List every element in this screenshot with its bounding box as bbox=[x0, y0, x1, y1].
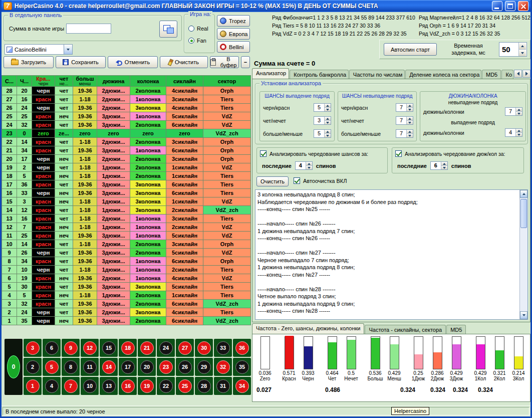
table-row[interactable]: 1316краснчет1-182дюжи...1колонка3сиклайн… bbox=[2, 215, 251, 223]
tab-5[interactable]: Ко bbox=[501, 70, 513, 79]
roulette-number[interactable]: 14 bbox=[100, 358, 118, 376]
roulette-number[interactable]: 4 bbox=[43, 377, 61, 395]
tropez-button[interactable]: Tropez bbox=[217, 15, 250, 27]
roulette-number[interactable]: 29 bbox=[195, 358, 213, 376]
spin-up-icon[interactable] bbox=[515, 108, 522, 111]
spin-up-icon[interactable] bbox=[324, 104, 331, 107]
clear-button[interactable]: Очистить bbox=[160, 56, 208, 68]
roulette-number[interactable]: 23 bbox=[157, 358, 175, 376]
setting-spinner[interactable]: 4 bbox=[505, 128, 522, 137]
bellini-button[interactable]: Bellini bbox=[217, 41, 250, 53]
roulette-number[interactable]: 33 bbox=[214, 339, 232, 357]
roulette-number[interactable]: 11 bbox=[81, 358, 99, 376]
roulette-number[interactable]: 25 bbox=[176, 377, 194, 395]
close-button[interactable] bbox=[518, 1, 528, 11]
radio-icon[interactable] bbox=[188, 38, 194, 44]
setting-spinner[interactable]: 7 bbox=[396, 116, 413, 125]
spin-down-icon[interactable] bbox=[515, 132, 522, 136]
dropdown-arrow-icon[interactable] bbox=[64, 45, 72, 54]
scrollbar[interactable] bbox=[519, 190, 527, 319]
table-row[interactable]: 45красннеч1-181дюжи...2колонка1сиклайнTi… bbox=[2, 291, 251, 300]
tab-0[interactable]: Анализатор bbox=[252, 68, 289, 79]
spin-up-icon[interactable] bbox=[406, 130, 413, 133]
spin-down-icon[interactable] bbox=[406, 133, 413, 137]
table-row[interactable]: 2624чернчет19-362дюжи...3колонка4сиклайн… bbox=[2, 104, 251, 112]
tab-4[interactable]: MD5 bbox=[482, 70, 501, 79]
last-spins-spinner[interactable]: 6 bbox=[430, 161, 448, 170]
tab-2[interactable]: Частоты по числам bbox=[349, 70, 405, 79]
roulette-number[interactable]: 31 bbox=[214, 377, 232, 395]
tab-scroll-right-icon[interactable] bbox=[522, 70, 530, 78]
europa-button[interactable]: Европа bbox=[217, 28, 250, 40]
roulette-number[interactable]: 18 bbox=[119, 339, 137, 357]
roulette-number[interactable]: 6 bbox=[43, 339, 61, 357]
roulette-number[interactable]: 9 bbox=[62, 339, 80, 357]
table-row[interactable]: 135черннеч19-363дюжи...2колонка6сиклайнV… bbox=[2, 317, 251, 325]
roulette-number[interactable]: 13 bbox=[100, 377, 118, 395]
alternation-dozen-checkbox[interactable] bbox=[395, 150, 402, 157]
radio-real[interactable]: Real bbox=[188, 26, 208, 32]
spin-up-icon[interactable] bbox=[406, 104, 413, 107]
roulette-number[interactable]: 17 bbox=[119, 358, 137, 376]
roulette-number[interactable]: 32 bbox=[214, 358, 232, 376]
roulette-number[interactable]: 30 bbox=[195, 339, 213, 357]
last-spins-spinner[interactable]: 4 bbox=[295, 161, 313, 170]
spin-down-icon[interactable] bbox=[324, 133, 331, 137]
table-row[interactable]: 2214краснчет1-182дюжи...2колонка3сиклайн… bbox=[2, 138, 251, 146]
load-button[interactable]: Загрузить bbox=[4, 56, 54, 68]
roulette-number[interactable]: 5 bbox=[43, 358, 61, 376]
spin-down-icon[interactable] bbox=[406, 120, 413, 124]
spin-down-icon[interactable] bbox=[324, 107, 331, 111]
to-clipboard-button[interactable]: В буфер bbox=[210, 56, 239, 68]
roulette-number[interactable]: 27 bbox=[176, 339, 194, 357]
table-row[interactable]: 153красннеч1-181дюжи...3колонка1сиклайнV… bbox=[2, 197, 251, 206]
roulette-zero[interactable]: 0 bbox=[5, 339, 23, 395]
roulette-number[interactable]: 2 bbox=[24, 358, 42, 376]
spin-down-icon[interactable] bbox=[515, 111, 522, 115]
spin-down-icon[interactable] bbox=[406, 107, 413, 111]
setting-spinner[interactable]: 5 bbox=[314, 103, 331, 112]
table-row[interactable]: 2525красннеч19-363дюжи...1колонка5сиклай… bbox=[2, 112, 251, 121]
spin-down-icon[interactable] bbox=[306, 165, 312, 169]
spin-up-icon[interactable] bbox=[324, 117, 331, 120]
setting-spinner[interactable]: 7 bbox=[396, 129, 413, 138]
table-row[interactable]: 1125красннеч19-363дюжи...1колонка5сиклай… bbox=[2, 232, 251, 240]
undo-button[interactable]: Отменить bbox=[108, 56, 158, 68]
roulette-number[interactable]: 3 bbox=[24, 339, 42, 357]
spin-down-icon[interactable] bbox=[441, 165, 447, 169]
roulette-number[interactable]: 20 bbox=[138, 358, 156, 376]
spin-down-icon[interactable] bbox=[518, 49, 526, 56]
roulette-number[interactable]: 28 bbox=[195, 377, 213, 395]
table-row[interactable]: 185красннеч1-181дюжи...2колонка1сиклайнT… bbox=[2, 172, 251, 180]
roulette-number[interactable]: 35 bbox=[233, 358, 251, 376]
scroll-down-icon[interactable] bbox=[520, 311, 527, 319]
table-row[interactable]: 332краснчет19-363дюжи...2колонка6сиклайн… bbox=[2, 300, 251, 308]
freq-tab-1[interactable]: Частота - сиклайны, сектора bbox=[365, 325, 446, 334]
tab-1[interactable]: Контроль банкролла bbox=[290, 70, 349, 79]
roulette-number[interactable]: 24 bbox=[157, 339, 175, 357]
setting-spinner[interactable]: 3 bbox=[314, 116, 331, 125]
table-row[interactable]: 1412краснчет1-181дюжи...3колонка2сиклайн… bbox=[2, 206, 251, 215]
autoclean-checkbox[interactable] bbox=[294, 177, 300, 184]
table-row[interactable]: 2716краснчет1-182дюжи...1колонка3сиклайн… bbox=[2, 95, 251, 104]
spin-up-icon[interactable] bbox=[518, 43, 526, 49]
spin-up-icon[interactable] bbox=[515, 129, 522, 132]
spin-up-icon[interactable] bbox=[441, 162, 447, 165]
delay-input[interactable] bbox=[499, 43, 518, 56]
roulette-number[interactable]: 34 bbox=[233, 377, 251, 395]
spin-up-icon[interactable] bbox=[406, 117, 413, 120]
roulette-number[interactable]: 36 bbox=[233, 339, 251, 357]
tab-scroll-left-icon[interactable] bbox=[514, 70, 522, 78]
roulette-number[interactable]: 26 bbox=[176, 358, 194, 376]
table-row[interactable]: 192чернчет1-181дюжи...2колонка1сиклайнVd… bbox=[2, 163, 251, 172]
roulette-number[interactable]: 15 bbox=[100, 339, 118, 357]
table-row[interactable]: 2820чернчет19-362дюжи...2колонка4сиклайн… bbox=[2, 87, 251, 95]
alternation-chances-checkbox[interactable] bbox=[260, 150, 267, 157]
save-button[interactable]: Сохранить bbox=[56, 56, 106, 68]
roulette-number[interactable]: 21 bbox=[138, 339, 156, 357]
roulette-number[interactable]: 19 bbox=[138, 377, 156, 395]
spin-down-icon[interactable] bbox=[324, 120, 331, 124]
table-row[interactable]: 530краснчет19-363дюжи...3колонка5сиклайн… bbox=[2, 283, 251, 291]
table-row[interactable]: 834краснчет19-363дюжи...1колонка6сиклайн… bbox=[2, 257, 251, 266]
table-row[interactable]: 2134краснчет19-363дюжи...1колонка6сиклай… bbox=[2, 146, 251, 155]
